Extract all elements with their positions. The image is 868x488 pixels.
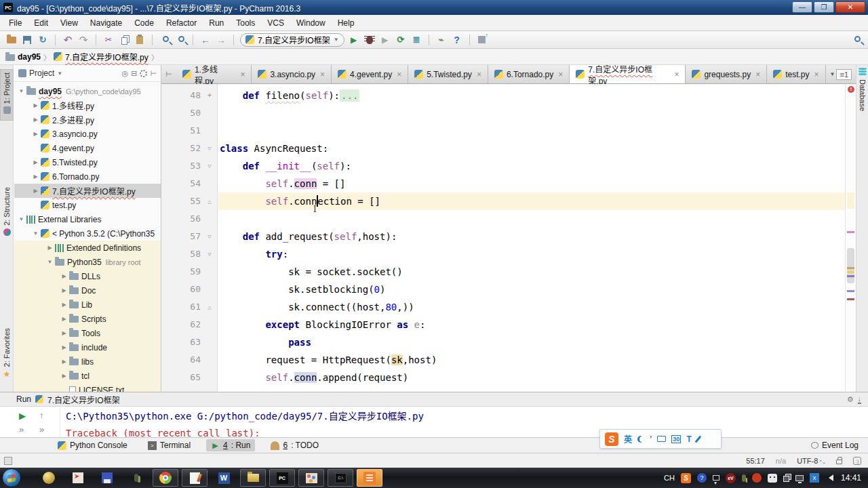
tab-6.Tornado.py[interactable]: 6.Tornado.py× [488, 65, 570, 83]
line-number[interactable]: 55 [161, 192, 201, 210]
chevron-right-icon[interactable]: ▶ [60, 344, 68, 350]
tree-item-External Libraries[interactable]: ▼External Libraries [14, 212, 161, 226]
tab-close-icon[interactable]: × [397, 70, 401, 79]
tab-close-icon[interactable]: × [755, 70, 760, 79]
collapse-all-icon[interactable]: ⊟ [131, 69, 137, 78]
toolwindow-button-terminal[interactable]: >Terminal [143, 439, 195, 451]
save-all-icon[interactable] [21, 34, 33, 46]
code-line-54[interactable]: 54 self.conn = [] [161, 175, 845, 192]
chevron-right-icon[interactable]: ▶ [60, 330, 68, 336]
menu-edit[interactable]: Edit [28, 16, 54, 30]
tool-stripe-favorites[interactable]: 2: Favorites ★ [0, 325, 14, 390]
help-tray-icon[interactable]: ? [697, 473, 707, 483]
git-branch-na[interactable]: n/a [776, 457, 786, 465]
line-number[interactable]: 48 [161, 87, 201, 104]
scroll-mark-purple-2[interactable] [847, 290, 854, 292]
line-number[interactable]: 50 [161, 104, 201, 122]
tree-item-Python35[interactable]: ▼Python35library root [14, 255, 161, 269]
scroll-mark-yellow[interactable] [847, 271, 854, 273]
chevron-right-icon[interactable]: ▶ [60, 373, 68, 379]
fold-open-icon[interactable]: ▽ [204, 140, 215, 157]
chevron-right-icon[interactable]: ▶ [31, 117, 40, 123]
line-number[interactable]: 59 [161, 263, 201, 281]
tab-close-icon[interactable]: × [320, 70, 325, 79]
tree-item-DLLs[interactable]: ▶DLLs [14, 269, 161, 283]
tab-close-icon[interactable]: × [674, 70, 679, 79]
input-mode-toggle[interactable]: 英 [624, 433, 632, 445]
package-icon[interactable] [476, 34, 488, 46]
tab-grequests.py[interactable]: grequests.py× [686, 65, 767, 83]
code-line-63[interactable]: 63 pass [161, 333, 845, 351]
tool-stripe-project[interactable]: 1: Project [0, 69, 14, 121]
rerun-icon[interactable]: ▶ [19, 411, 26, 421]
minimize-button[interactable]: — [792, 1, 812, 13]
tool-stripe-structure[interactable]: 2: Structure [0, 184, 14, 247]
chevron-right-icon[interactable]: ▶ [60, 316, 68, 322]
menu-window[interactable]: Window [290, 16, 332, 30]
line-number[interactable]: 63 [161, 333, 201, 351]
event-log-button[interactable]: Event Log [811, 441, 859, 450]
fold-open-icon[interactable]: ▽ [204, 228, 215, 245]
toolwindow-button-todo[interactable]: 6: TODO [266, 439, 323, 451]
line-number[interactable]: 64 [161, 351, 201, 369]
concurrency-icon[interactable]: ≣ [410, 34, 422, 46]
line-number[interactable]: 62 [161, 316, 201, 333]
forward-icon[interactable]: → [215, 34, 227, 46]
code-line-61[interactable]: 61△ sk.connect((host,80,)) [161, 298, 845, 316]
code-line-60[interactable]: 60 sk.setblocking(0) [161, 281, 845, 298]
line-number[interactable]: 51 [161, 122, 201, 140]
record-tray-icon[interactable] [752, 473, 762, 483]
network-tray-icon[interactable] [795, 475, 804, 481]
line-number[interactable]: 54 [161, 175, 201, 192]
pin-tabs-icon[interactable]: ⊢ [161, 65, 176, 83]
taskbar-cmd-icon[interactable]: C:\ [328, 469, 353, 487]
run-configuration-select[interactable]: 7.自定义异步IO框架 ▼ [240, 33, 344, 47]
find-icon[interactable] [159, 34, 171, 46]
volume-tray-icon[interactable] [825, 474, 833, 481]
tab-3.asyncio.py[interactable]: 3.asyncio.py× [252, 65, 332, 83]
chevron-down-icon[interactable]: ▼ [31, 230, 40, 237]
taskbar-clock[interactable]: 14:41 [841, 473, 861, 483]
tree-item-libs[interactable]: ▶libs [14, 354, 161, 369]
lock-icon[interactable] [836, 460, 842, 464]
fold-close-icon[interactable]: △ [204, 192, 215, 210]
menu-file[interactable]: File [3, 16, 28, 30]
tree-item-LICENSE.txt[interactable]: LICENSE.txt [14, 383, 161, 392]
taskbar-chrome-icon[interactable] [153, 469, 178, 487]
chevron-right-icon[interactable]: ▶ [60, 359, 68, 365]
chevron-right-icon[interactable]: ▶ [60, 302, 68, 308]
replace-icon[interactable] [174, 34, 186, 46]
tree-item-5.Twisted.py[interactable]: ▶5.Twisted.py [14, 155, 161, 169]
code-line-53[interactable]: 53▽ def __init__(self): [161, 157, 845, 175]
wrench-icon[interactable] [694, 435, 701, 443]
tree-item-include[interactable]: ▶include [14, 340, 161, 354]
inspections-hector-icon[interactable]: :) [853, 457, 861, 465]
line-number[interactable]: 61 [161, 298, 201, 316]
tree-item-3.asyncio.py[interactable]: ▶3.asyncio.py [14, 127, 161, 141]
line-number[interactable]: 56 [161, 210, 201, 228]
project-panel-title[interactable]: Project [29, 68, 54, 78]
line-number[interactable]: 58 [161, 245, 201, 263]
tab-5.Twisted.py[interactable]: 5.Twisted.py× [408, 65, 488, 83]
hide-panel-icon[interactable]: ⊢ [150, 69, 157, 78]
tab-close-icon[interactable]: × [477, 70, 481, 79]
chevron-right-icon[interactable]: ▶ [31, 102, 40, 108]
open-icon[interactable] [5, 34, 18, 46]
language-indicator[interactable]: CH [664, 474, 675, 482]
tree-item-Lib[interactable]: ▶Lib [14, 298, 161, 312]
tab-test.py[interactable]: test.py× [767, 65, 825, 83]
editor-scrollbar[interactable]: ! [845, 84, 856, 392]
tree-item-1.多线程.py[interactable]: ▶1.多线程.py [14, 98, 161, 113]
help-icon[interactable]: ? [451, 34, 463, 46]
more-actions-icon-2[interactable]: » [39, 424, 44, 434]
scroll-mark-current-line[interactable] [847, 192, 854, 209]
menu-view[interactable]: View [54, 16, 84, 30]
code-line-55[interactable]: 55△ self.connection = [] [161, 192, 845, 210]
up-stacktrace-icon[interactable]: ↑ [39, 410, 44, 420]
scroll-mark-tan[interactable] [847, 267, 854, 269]
taskbar-active-orange-app-icon[interactable] [357, 469, 382, 487]
code-line-65[interactable]: 65 self.conn.append(request) [161, 369, 845, 386]
tree-item-tcl[interactable]: ▶tcl [14, 369, 161, 383]
ev-tray-icon[interactable]: eV [726, 473, 736, 483]
gear-icon[interactable] [140, 70, 147, 77]
